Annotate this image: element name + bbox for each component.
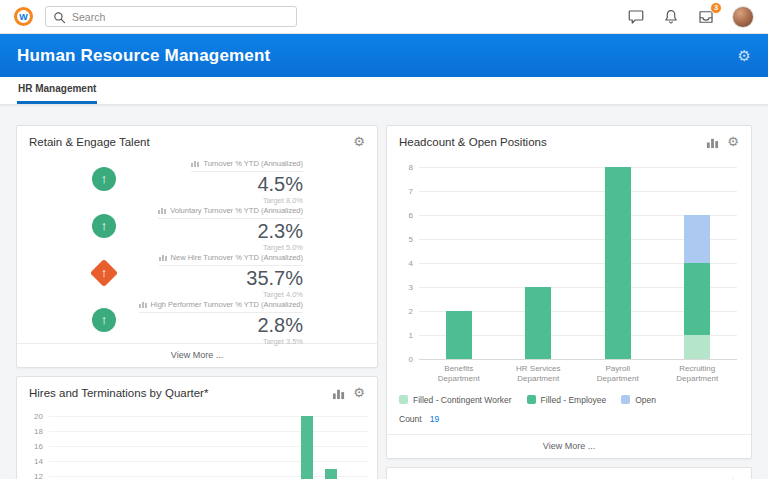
tab-bar: HR Management (0, 77, 768, 105)
kpi-value: 4.5% (131, 173, 303, 196)
bar-segment (605, 167, 631, 359)
bar-segment (684, 263, 710, 335)
kpi-value: 2.8% (131, 314, 303, 337)
hires-terminations-card: Hires and Terminations by Quarter* 20181… (16, 376, 378, 479)
y-axis-tick: 18 (25, 427, 43, 436)
status-up-good-icon (91, 213, 117, 239)
bar-segment (525, 287, 551, 359)
y-axis-tick: 3 (395, 283, 413, 292)
inbox-badge: 3 (710, 2, 722, 14)
search-icon (53, 10, 66, 23)
y-axis-tick: 16 (25, 442, 43, 451)
kpi-row-turnover[interactable]: Turnover % YTD (Annualized) 4.5% Target … (17, 155, 377, 202)
metric-mini-bar-icon (158, 207, 166, 214)
search-box[interactable] (45, 6, 297, 27)
x-axis-label: Benefits Department (419, 359, 499, 385)
view-more-link[interactable]: View More ... (17, 343, 377, 367)
y-axis-tick: 14 (25, 457, 43, 466)
hires-chart: 2018161412 (49, 410, 369, 479)
legend-item: Filled - Employee (527, 395, 607, 405)
card-title: Hires and Terminations by Quarter* (29, 387, 208, 399)
chart-legend: Filled - Contingent WorkerFilled - Emplo… (387, 385, 751, 405)
kpi-row-voluntary-turnover[interactable]: Voluntary Turnover % YTD (Annualized) 2.… (17, 202, 377, 249)
kpi-label: High Performer Turnover % YTD (Annualize… (139, 300, 303, 313)
kpi-value: 35.7% (131, 267, 303, 290)
bar (301, 416, 313, 479)
legend-swatch (399, 395, 408, 404)
dashboard-content: Retain & Engage Talent Tur (0, 105, 768, 479)
gridline (49, 416, 369, 417)
kpi-label: Turnover % YTD (Annualized) (191, 159, 303, 172)
x-axis-labels: Benefits DepartmentHR Services Departmen… (419, 359, 737, 385)
chart-settings-icon[interactable] (332, 386, 345, 399)
kpi-text: High Performer Turnover % YTD (Annualize… (131, 294, 303, 346)
page-header-band: Human Resource Management (0, 34, 768, 77)
bar (325, 469, 337, 479)
card-gear-icon[interactable] (353, 386, 365, 399)
legend-item: Open (621, 395, 656, 405)
y-axis-tick: 0 (395, 355, 413, 364)
retain-engage-talent-card: Retain & Engage Talent Tur (16, 125, 378, 368)
headcount-chart: 012345678 Benefits DepartmentHR Services… (387, 155, 751, 385)
card-header: Hires and Terminations by Quarter* (17, 377, 377, 406)
kpi-text: Turnover % YTD (Annualized) 4.5% Target … (131, 153, 303, 205)
card-header: Retain & Engage Talent (17, 126, 377, 155)
status-up-good-icon (91, 307, 117, 333)
left-column: Retain & Engage Talent Tur (16, 125, 378, 479)
kpi-text: New Hire Turnover % YTD (Annualized) 35.… (131, 247, 303, 299)
legend-item: Filled - Contingent Worker (399, 395, 512, 405)
gridline (49, 431, 369, 432)
profile-avatar[interactable] (732, 6, 754, 28)
count-label: Count (399, 414, 422, 424)
status-up-good-icon (91, 166, 117, 192)
card-title: Retain & Engage Talent (29, 136, 150, 148)
y-axis-tick: 20 (25, 412, 43, 421)
kpi-row-new-hire-turnover[interactable]: New Hire Turnover % YTD (Annualized) 35.… (17, 249, 377, 296)
headcount-plot: 012345678 (419, 167, 737, 359)
x-axis-label: HR Services Department (499, 359, 579, 385)
metric-mini-bar-icon (159, 254, 167, 261)
card-title: Headcount & Open Positions (399, 136, 547, 148)
inbox-icon[interactable]: 3 (697, 8, 715, 26)
card-gear-icon[interactable] (353, 135, 365, 148)
gridline (419, 167, 737, 168)
card-gear-icon[interactable] (727, 135, 739, 148)
header-gear-icon[interactable] (738, 48, 751, 63)
legend-label: Filled - Contingent Worker (413, 395, 512, 405)
y-axis-tick: 6 (395, 211, 413, 220)
gridline (49, 446, 369, 447)
x-axis-label: Recruiting Department (658, 359, 738, 385)
search-input[interactable] (72, 11, 289, 23)
kpi-text: Voluntary Turnover % YTD (Annualized) 2.… (131, 200, 303, 252)
gridline (419, 191, 737, 192)
metric-mini-bar-icon (139, 301, 147, 308)
view-more-link[interactable]: View More ... (387, 434, 751, 458)
y-axis-tick: 12 (25, 472, 43, 479)
kpi-row-high-performer-turnover[interactable]: High Performer Turnover % YTD (Annualize… (17, 296, 377, 343)
legend-label: Open (635, 395, 656, 405)
page-title: Human Resource Management (17, 46, 270, 66)
headcount-open-positions-card: Headcount & Open Positions 012345678 Ben… (386, 125, 752, 459)
bar-segment (446, 311, 472, 359)
topbar-actions: 3 (627, 6, 754, 28)
gridline (419, 359, 737, 360)
y-axis-tick: 4 (395, 259, 413, 268)
y-axis-tick: 8 (395, 163, 413, 172)
chart-settings-icon[interactable] (706, 135, 719, 148)
count-row: Count19 (387, 405, 751, 434)
bar-segment (684, 335, 710, 359)
workforce-cost-visibility-card: Workforce Cost Visibility (386, 467, 752, 479)
tab-hr-management[interactable]: HR Management (17, 83, 97, 104)
kpi-target: Target 3.5% (131, 337, 303, 346)
right-column: Headcount & Open Positions 012345678 Ben… (386, 125, 752, 479)
y-axis-tick: 1 (395, 331, 413, 340)
card-header: Headcount & Open Positions (387, 126, 751, 155)
gridline (49, 461, 369, 462)
legend-label: Filled - Employee (541, 395, 607, 405)
kpi-label: Voluntary Turnover % YTD (Annualized) (158, 206, 303, 219)
chat-icon[interactable] (627, 8, 645, 26)
workday-logo[interactable]: W (14, 7, 33, 26)
notifications-bell-icon[interactable] (662, 8, 680, 26)
metric-mini-bar-icon (191, 160, 199, 167)
top-bar: W 3 (0, 0, 768, 34)
